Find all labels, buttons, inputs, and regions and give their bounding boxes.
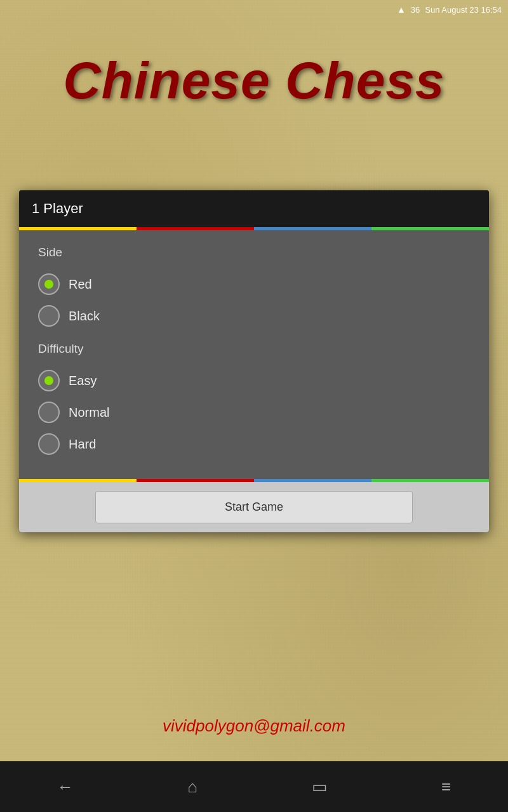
difficulty-option-hard[interactable]: Hard [38,428,470,460]
radio-red-circle [38,273,60,295]
main-dialog: 1 Player Side Red [19,190,489,532]
radio-easy-label: Easy [69,374,97,388]
radio-normal-label: Normal [69,405,109,420]
tab-segment-red[interactable] [137,227,254,230]
radio-hard-label: Hard [69,437,96,452]
tab-segment-green[interactable] [371,227,489,230]
start-game-button[interactable]: Start Game [95,491,413,523]
difficulty-section: Difficulty Easy Normal [38,342,470,460]
menu-icon[interactable]: ≡ [441,777,451,797]
radio-red-dot [44,280,53,289]
bottom-tab-bar [19,479,489,482]
radio-easy-circle [38,370,60,391]
status-bar: ▲ 36 Sun August 23 16:54 [397,0,508,19]
bottom-tab-yellow [19,479,137,482]
bottom-tab-blue [254,479,371,482]
side-section: Side Red Black [38,246,470,332]
datetime-display: Sun August 23 16:54 [425,5,502,15]
dialog-footer: Start Game [19,482,489,532]
radio-black-circle [38,305,60,327]
bottom-tab-red [137,479,254,482]
difficulty-option-normal[interactable]: Normal [38,396,470,428]
difficulty-option-easy[interactable]: Easy [38,365,470,396]
radio-normal-circle [38,402,60,423]
wifi-icon: ▲ [397,4,406,15]
tab-segment-yellow[interactable] [19,227,137,230]
side-option-red[interactable]: Red [38,268,470,300]
bottom-tab-green [371,479,489,482]
difficulty-label: Difficulty [38,342,470,356]
radio-black-label: Black [69,309,100,324]
home-icon[interactable]: ⌂ [187,777,197,797]
app-title: Chinese Chess [0,51,508,110]
signal-indicator: 36 [411,5,420,15]
nav-bar: ← ⌂ ▭ ≡ [0,761,508,812]
email-footer: vividpolygon@gmail.com [0,716,508,736]
top-tab-bar [19,227,489,230]
dialog-title: 1 Player [32,200,83,216]
radio-red-label: Red [69,277,92,292]
tab-segment-blue[interactable] [254,227,371,230]
dialog-content: Side Red Black Difficulty [19,230,489,479]
side-option-black[interactable]: Black [38,300,470,332]
side-label: Side [38,246,470,259]
back-icon[interactable]: ← [57,777,74,797]
difficulty-radio-group: Easy Normal Hard [38,365,470,460]
recents-icon[interactable]: ▭ [312,777,328,797]
side-radio-group: Red Black [38,268,470,332]
radio-hard-circle [38,433,60,455]
dialog-header: 1 Player [19,190,489,227]
radio-easy-dot [44,376,53,385]
